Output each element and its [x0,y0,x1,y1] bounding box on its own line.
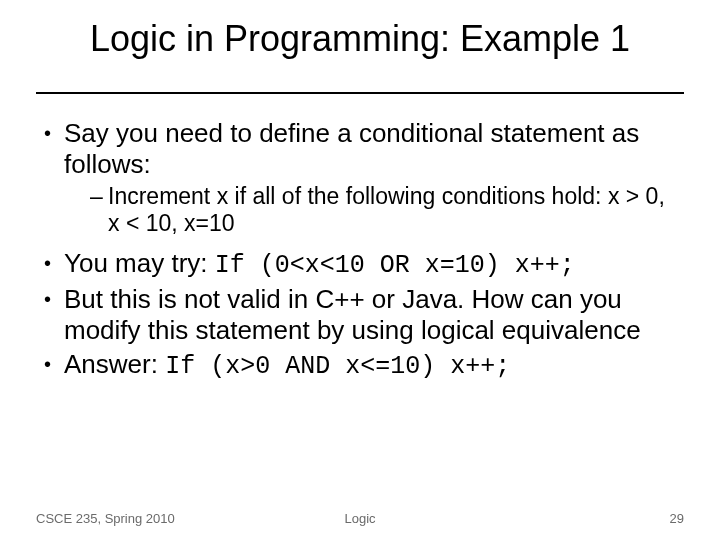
slide: Logic in Programming: Example 1 • Say yo… [0,0,720,540]
bullet-text: You may try: If (0<x<10 OR x=10) x++; [64,248,684,281]
code-snippet: If (x>0 AND x<=10) x++; [165,352,510,381]
bullet-dot: • [42,284,64,314]
slide-title: Logic in Programming: Example 1 [36,18,684,68]
subbullet-item: – Increment x if all of the following co… [90,183,684,237]
bullet-item: • Say you need to define a conditional s… [42,118,684,179]
bullet-text: Answer: If (x>0 AND x<=10) x++; [64,349,684,382]
subbullet-dash: – [90,183,108,210]
bullet-dot: • [42,118,64,148]
footer: CSCE 235, Spring 2010 Logic 29 [0,511,720,526]
bullet-dot: • [42,248,64,278]
code-snippet: If (0<x<10 OR x=10) x++; [215,251,575,280]
subbullet-text: Increment x if all of the following cond… [108,183,684,237]
footer-left: CSCE 235, Spring 2010 [36,511,175,526]
bullet-item: • Answer: If (x>0 AND x<=10) x++; [42,349,684,382]
bullet-text: Say you need to define a conditional sta… [64,118,684,179]
bullet-prefix: Answer: [64,349,165,379]
bullet-prefix: You may try: [64,248,215,278]
bullet-text: But this is not valid in C++ or Java. Ho… [64,284,684,345]
page-number: 29 [670,511,684,526]
bullet-dot: • [42,349,64,379]
content-area: • Say you need to define a conditional s… [36,118,684,382]
bullet-item: • You may try: If (0<x<10 OR x=10) x++; [42,248,684,281]
title-underline [36,92,684,94]
footer-center: Logic [344,511,375,526]
bullet-item: • But this is not valid in C++ or Java. … [42,284,684,345]
